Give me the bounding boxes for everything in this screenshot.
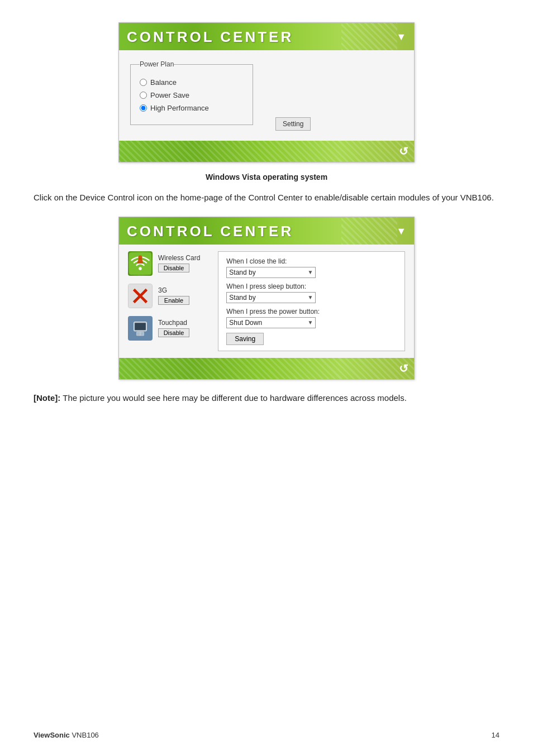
lid-close-row: When I close the lid: Stand by ▼ [226,257,397,278]
power-actions: When I close the lid: Stand by ▼ When I … [209,245,414,358]
cc-title-2: CONTROL CENTER [127,223,293,240]
svg-rect-8 [135,323,146,330]
note-prefix: [Note]: [34,393,60,403]
wireless-device-item: Wireless Card Disable [128,251,200,276]
touchpad-label: Touchpad [158,319,189,327]
footer-model: VNB106 [72,731,98,739]
setting-button[interactable]: Setting [275,117,311,131]
body-text: Click on the Device Control icon on the … [34,192,499,204]
cc-footer-2: ↺ [119,358,414,379]
cc-header-decoration-1 [341,23,397,51]
note-body: The picture you would see here may be di… [60,393,407,403]
control-center-panel-2: CONTROL CENTER ▼ [118,217,415,380]
radio-powersave[interactable] [140,92,147,99]
touchpad-icon [128,316,153,341]
3g-label-col: 3G Enable [158,286,189,305]
wireless-icon [128,251,153,276]
3g-icon [128,284,153,308]
cc-header-2: CONTROL CENTER ▼ [119,217,414,245]
sleep-btn-select[interactable]: Stand by ▼ [226,292,316,303]
cc-header-arrow-1: ▼ [396,31,406,43]
touchpad-device-item: Touchpad Disable [128,316,200,341]
lid-close-label: When I close the lid: [226,257,397,265]
radio-balance[interactable] [140,79,147,86]
cc-footer-decoration-2 [119,358,414,379]
cc-header-1: CONTROL CENTER ▼ [119,23,414,50]
3g-label: 3G [158,286,189,294]
device-panel: Wireless Card Disable [119,245,414,358]
radio-balance-row: Balance [140,78,244,87]
caption-1: Windows Vista operating system [34,173,499,181]
wireless-label-col: Wireless Card Disable [158,254,200,272]
radio-highperf[interactable] [140,104,147,112]
sleep-btn-label: When I press sleep button: [226,283,397,290]
power-plan-row: Power Plan Balance Power Save High Perfo… [130,60,403,131]
radio-highperf-row: High Performance [140,104,244,112]
footer-brand-model: ViewSonic VNB106 [34,731,99,739]
control-center-panel-1: CONTROL CENTER ▼ Power Plan Balance Powe… [118,22,415,162]
lid-close-select[interactable]: Stand by ▼ [226,267,316,278]
power-btn-label: When I press the power button: [226,308,397,315]
lid-close-arrow: ▼ [307,269,313,275]
radio-powersave-label: Power Save [150,91,189,99]
cc-title-1: CONTROL CENTER [127,28,293,46]
svg-point-1 [139,267,141,270]
cc-body-2: Wireless Card Disable [119,245,414,358]
cc-header-decoration-2 [341,217,397,245]
sleep-btn-value: Stand by [229,294,255,302]
power-btn-row: When I press the power button: Shut Down… [226,308,397,328]
power-action-group: When I close the lid: Stand by ▼ When I … [218,251,405,351]
touchpad-label-col: Touchpad Disable [158,319,189,337]
wireless-svg-icon [129,252,151,275]
power-btn-arrow: ▼ [307,319,313,326]
touchpad-disable-btn[interactable]: Disable [158,328,189,337]
power-plan-group: Power Plan Balance Power Save High Perfo… [130,60,253,125]
wireless-label: Wireless Card [158,254,200,262]
cc-footer-decoration-1 [119,141,414,162]
radio-highperf-label: High Performance [150,104,209,112]
cc-footer-icon-2: ↺ [399,362,408,375]
wireless-disable-btn[interactable]: Disable [158,264,189,272]
lid-close-value: Stand by [229,269,255,276]
saving-button[interactable]: Saving [226,333,264,345]
footer-brand: ViewSonic [34,731,70,739]
cc-footer-icon-1: ↺ [399,145,408,158]
power-btn-select[interactable]: Shut Down ▼ [226,317,316,328]
power-plan-legend: Power Plan [140,60,174,68]
radio-powersave-row: Power Save [140,91,244,99]
touchpad-svg-icon [130,318,150,338]
footer-page-number: 14 [492,731,499,739]
cc-footer-1: ↺ [119,141,414,162]
cc-body-1: Power Plan Balance Power Save High Perfo… [119,50,414,141]
3g-enable-btn[interactable]: Enable [158,296,189,305]
3g-svg-icon [129,284,152,308]
radio-balance-label: Balance [150,78,177,87]
page-footer: ViewSonic VNB106 14 [34,731,499,739]
note-text: [Note]: The picture you would see here m… [34,392,499,405]
sleep-btn-row: When I press sleep button: Stand by ▼ [226,283,397,303]
power-btn-value: Shut Down [229,319,262,327]
cc-header-arrow-2: ▼ [396,226,406,237]
3g-device-item: 3G Enable [128,284,200,308]
device-list: Wireless Card Disable [119,245,209,358]
sleep-btn-arrow: ▼ [307,294,313,300]
